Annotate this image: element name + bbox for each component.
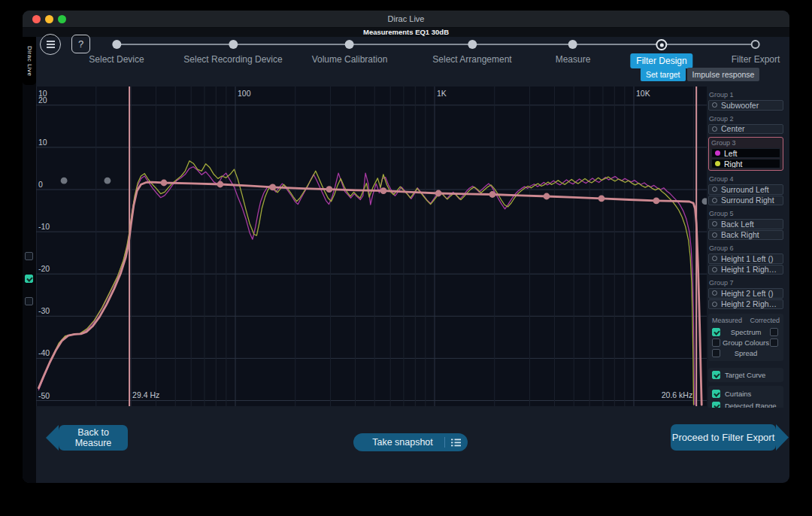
proceed-to-filter-export-button[interactable]: Proceed to Filter Export — [671, 424, 776, 451]
channel-label: Height 1 Left () — [721, 254, 773, 263]
step-select-recording-device[interactable]: Select Recording Device — [183, 40, 282, 65]
target-curve-checkbox[interactable] — [712, 371, 720, 379]
measured-column-header: Measured — [712, 317, 742, 324]
hamburger-menu-button[interactable] — [40, 34, 61, 55]
channel-back-left[interactable]: Back Left — [708, 219, 783, 229]
svg-text:100: 100 — [238, 89, 251, 98]
target-curve-panel: Target Curve — [708, 368, 783, 382]
group-colours-row: Group Colours — [712, 337, 780, 348]
channel-label: Height 1 Righ… — [721, 265, 777, 274]
step-measure[interactable]: Measure — [556, 40, 591, 65]
tab-set-target[interactable]: Set target — [641, 68, 686, 81]
toggle-label: Curtains — [725, 390, 751, 398]
channel-right[interactable]: Right — [711, 159, 780, 168]
button-label: Back to Measure — [75, 427, 112, 448]
help-button[interactable]: ? — [71, 35, 90, 53]
channel-height-1-left[interactable]: Height 1 Left () — [708, 253, 783, 264]
toggle-label: Detected Range — [725, 402, 777, 408]
step-label: Select Device — [89, 54, 144, 65]
row-label: Group Colours — [722, 338, 770, 347]
group-label: Group 7 — [709, 279, 783, 287]
radio-icon — [712, 198, 717, 203]
button-label: Proceed to Filter Export — [672, 432, 775, 443]
row-label: Spread — [722, 349, 770, 357]
channel-subwoofer[interactable]: Subwoofer — [708, 100, 783, 111]
take-snapshot-button[interactable]: Take snapshot — [353, 433, 468, 451]
measured-corrected-panel: Measured Corrected Spectrum Group Colour… — [708, 314, 783, 361]
svg-text:-30: -30 — [38, 306, 50, 315]
channel-surround-right[interactable]: Surround Right — [708, 196, 783, 206]
snapshot-list-icon — [451, 439, 461, 447]
measurement-title: Measurements EQ1 30dB — [23, 28, 789, 37]
step-filter-design[interactable]: Filter Design — [630, 40, 692, 68]
frequency-response-chart[interactable]: 101001K10K20100-10-20-30-40-5029.4 Hz20.… — [36, 87, 707, 406]
channel-sidebar: Group 1 Subwoofer Group 2 Center Group 3… — [708, 87, 783, 408]
step-dot — [229, 40, 238, 49]
step-select-arrangement[interactable]: Select Arrangement — [432, 40, 511, 65]
corrected-group-colours-checkbox[interactable] — [770, 338, 778, 347]
brand-tab[interactable]: Dirac Live — [23, 37, 36, 85]
channel-back-right[interactable]: Back Right — [708, 230, 783, 241]
channel-label: Right — [724, 159, 743, 168]
step-filter-export[interactable]: Filter Export — [732, 40, 780, 65]
view-options-panel: Curtains Detected Range Show ultralow fr… — [708, 386, 783, 408]
step-select-device[interactable]: Select Device — [89, 40, 144, 65]
detected-range-checkbox[interactable] — [712, 402, 720, 408]
channel-surround-left[interactable]: Surround Left — [708, 184, 783, 195]
channel-height-2-left[interactable]: Height 2 Left () — [708, 288, 783, 299]
row-label: Spectrum — [722, 328, 770, 336]
right-channel-color-dot — [715, 161, 720, 166]
step-dot — [656, 39, 667, 50]
step-label: Measure — [556, 54, 591, 65]
channel-height-1-right[interactable]: Height 1 Righ… — [708, 265, 783, 275]
curtains-checkbox[interactable] — [712, 390, 720, 398]
channel-center[interactable]: Center — [708, 124, 783, 135]
button-label: Take snapshot — [353, 437, 444, 448]
snapshot-checkbox-1[interactable] — [25, 252, 33, 260]
channel-label: Back Left — [721, 220, 754, 229]
group-label: Group 1 — [709, 91, 783, 99]
tab-impulse-response[interactable]: Impulse response — [687, 68, 760, 81]
step-dot — [568, 40, 577, 49]
app-window: Dirac Live Measurements EQ1 30dB Dirac L… — [23, 11, 789, 483]
step-label: Select Arrangement — [432, 54, 511, 65]
svg-text:10K: 10K — [636, 89, 650, 98]
measured-group-colours-checkbox[interactable] — [712, 338, 720, 347]
step-volume-calibration[interactable]: Volume Calibration — [312, 40, 388, 65]
step-label: Volume Calibration — [312, 54, 388, 65]
svg-text:10: 10 — [38, 138, 47, 147]
snapshot-checkbox-2[interactable] — [25, 275, 33, 283]
left-channel-color-dot — [715, 150, 720, 156]
group-label: Group 2 — [709, 115, 783, 123]
radio-icon — [712, 290, 717, 296]
channel-height-2-right[interactable]: Height 2 Righ… — [708, 299, 783, 310]
snapshot-checkbox-3[interactable] — [25, 297, 33, 305]
corrected-spectrum-checkbox[interactable] — [770, 328, 778, 336]
svg-text:0: 0 — [38, 180, 43, 189]
step-dot — [751, 40, 760, 49]
toggle-label: Target Curve — [725, 372, 765, 379]
hamburger-icon — [47, 41, 55, 48]
channel-label: Center — [721, 124, 745, 133]
radio-icon — [712, 221, 717, 226]
svg-text:-10: -10 — [38, 222, 50, 231]
channel-label: Height 2 Righ… — [721, 299, 777, 308]
svg-text:-40: -40 — [38, 348, 50, 357]
back-to-measure-button[interactable]: Back to Measure — [59, 425, 128, 451]
step-dot — [345, 40, 354, 49]
svg-text:-20: -20 — [38, 264, 50, 273]
measured-spectrum-checkbox[interactable] — [712, 328, 720, 336]
channel-label: Surround Right — [721, 196, 774, 205]
spread-row: Spread — [712, 348, 780, 358]
channel-label: Surround Left — [721, 185, 769, 194]
step-label: Filter Design — [630, 53, 692, 68]
radio-icon — [712, 256, 717, 261]
svg-text:-50: -50 — [38, 391, 50, 400]
button-divider — [444, 437, 445, 448]
window-title: Dirac Live — [23, 14, 789, 23]
question-icon: ? — [78, 38, 83, 50]
measured-spread-checkbox[interactable] — [712, 349, 720, 357]
macos-titlebar: Dirac Live — [23, 11, 789, 28]
channel-left[interactable]: Left — [711, 148, 780, 158]
channel-label: Subwoofer — [721, 101, 759, 110]
